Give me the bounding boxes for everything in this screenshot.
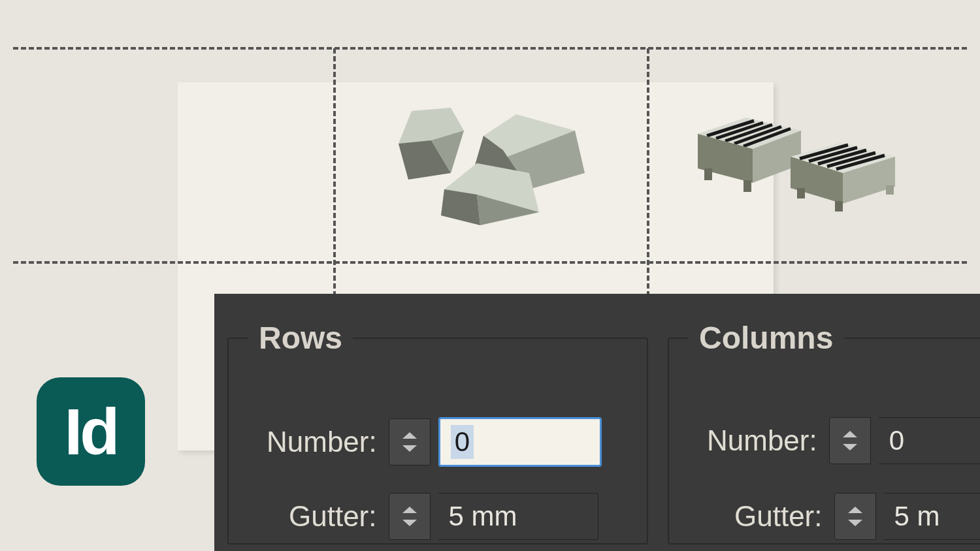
rows-number-label: Number: <box>267 426 377 458</box>
svg-marker-7 <box>441 189 480 225</box>
guide-horizontal[interactable] <box>13 47 967 50</box>
svg-rect-28 <box>797 188 805 198</box>
indesign-app-icon: Id <box>37 377 145 486</box>
columns-group: Columns Number: 0 Gutter: 5 m <box>668 320 980 544</box>
rows-gutter-stepper[interactable] <box>389 493 431 540</box>
svg-rect-18 <box>743 180 751 192</box>
svg-rect-30 <box>886 185 894 195</box>
chevron-up-icon <box>843 431 857 437</box>
rows-group: Rows Number: 0 Gutter: 5 mm <box>227 320 648 544</box>
columns-number-field[interactable]: 0 <box>879 417 980 464</box>
rows-number-field[interactable]: 0 <box>438 417 602 467</box>
columns-gutter-stepper[interactable] <box>834 493 876 540</box>
columns-gutter-label: Gutter: <box>734 500 823 533</box>
columns-number-stepper[interactable] <box>829 417 871 464</box>
svg-rect-29 <box>835 201 843 212</box>
chevron-down-icon <box>402 445 417 452</box>
chevron-down-icon <box>843 444 857 450</box>
rows-number-stepper[interactable] <box>389 418 431 465</box>
guide-vertical[interactable] <box>647 48 649 296</box>
chevron-down-icon <box>848 520 862 526</box>
chevron-up-icon <box>402 507 417 513</box>
guide-vertical[interactable] <box>333 48 336 296</box>
chevron-down-icon <box>402 520 417 526</box>
rows-number-value: 0 <box>451 425 474 459</box>
columns-legend: Columns <box>689 320 843 356</box>
chevron-up-icon <box>402 432 417 439</box>
rows-gutter-label: Gutter: <box>289 500 377 533</box>
rocks-illustration <box>379 104 601 228</box>
columns-gutter-field[interactable]: 5 m <box>884 493 981 540</box>
benches-illustration <box>693 118 902 222</box>
guide-horizontal[interactable] <box>13 261 967 264</box>
rows-gutter-field[interactable]: 5 mm <box>438 493 598 540</box>
layout-panel: Rows Number: 0 Gutter: 5 mm Columns Numb… <box>214 294 980 551</box>
chevron-up-icon <box>848 507 862 513</box>
columns-number-label: Number: <box>707 424 817 457</box>
svg-rect-17 <box>704 168 712 180</box>
rows-legend: Rows <box>248 320 353 356</box>
